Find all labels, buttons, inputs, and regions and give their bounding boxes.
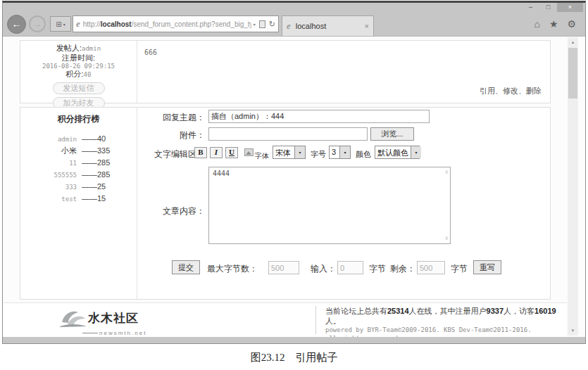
ranking-title: 积分排行榜 bbox=[20, 113, 137, 125]
subject-input[interactable] bbox=[208, 110, 430, 123]
font-color-select[interactable]: 默认颜色 ▾ bbox=[375, 146, 420, 159]
ranking-user: 11 bbox=[20, 158, 77, 170]
scroll-down-icon[interactable]: ▼ bbox=[568, 326, 578, 336]
settings-gear-icon[interactable]: ⚙ bbox=[567, 19, 576, 29]
reply-form: 回复主题： 附件： 浏览... 文字编辑区： B I U 字体 宋体 ▾ 字号 … bbox=[137, 108, 550, 299]
ie-logo-icon: e bbox=[76, 18, 80, 30]
address-bar[interactable]: e http://localhost/send_forum_content.ph… bbox=[73, 15, 279, 32]
url-host: localhost bbox=[101, 20, 132, 28]
ranking-row: 11——285 bbox=[20, 157, 137, 169]
submit-button[interactable]: 提交 bbox=[172, 260, 200, 274]
poster-score: 40 bbox=[84, 71, 92, 78]
tab-localhost[interactable]: e localhost × bbox=[282, 15, 374, 36]
navigation-bar: ← → ⊞ ▾ e http://localhost/send_forum_co… bbox=[3, 12, 585, 36]
ranking-score: ——15 bbox=[82, 193, 106, 205]
byte-unit-label: 字节 bbox=[369, 263, 386, 275]
page-grid-icon: ⊞ bbox=[56, 20, 61, 28]
input-bytes-input bbox=[337, 261, 363, 274]
scroll-up-icon[interactable]: ▲ bbox=[568, 37, 578, 47]
poster-name-line: 发帖人:admin bbox=[20, 44, 137, 53]
max-bytes-input bbox=[268, 261, 299, 274]
underline-button[interactable]: U bbox=[225, 147, 238, 158]
subject-label: 回复主题： bbox=[137, 112, 205, 124]
poster-name: admin bbox=[82, 45, 101, 52]
chevron-down-icon: ▾ bbox=[294, 146, 305, 158]
home-icon[interactable]: ⌂ bbox=[534, 19, 539, 29]
chevron-down-icon: ▾ bbox=[339, 146, 350, 158]
content-textarea[interactable]: 4444 bbox=[209, 167, 450, 243]
compatibility-icon[interactable] bbox=[259, 20, 265, 28]
figure-caption: 图23.12 引用帖子 bbox=[0, 351, 588, 364]
page-content: 发帖人:admin 注册时间: 2016-08-26 09:29:15 积分:4… bbox=[3, 36, 585, 337]
online-stats-line: 当前论坛上总共有25314人在线，其中注册用户9337人，访客16019人。 bbox=[325, 306, 567, 326]
browser-toolbar-icons: ⌂ ★ ⚙ bbox=[534, 19, 581, 29]
smth-logo-icon bbox=[58, 307, 88, 329]
registered-count: 9337 bbox=[487, 307, 503, 315]
post-content-cell: 666 引用、修改、删除 bbox=[137, 41, 550, 103]
font-icon-label: 字体 bbox=[255, 151, 269, 161]
attachment-file-input[interactable] bbox=[208, 127, 368, 141]
ranking-row: admin——40 bbox=[20, 133, 137, 145]
url-text[interactable]: http://localhost/send_forum_content.php?… bbox=[83, 20, 251, 28]
ranking-row: test——15 bbox=[20, 193, 137, 205]
ranking-user: 小米 bbox=[20, 145, 77, 157]
ranking-score: ——285 bbox=[82, 157, 110, 169]
smth-logo-title: 水木社区 bbox=[88, 310, 139, 326]
post-row: 发帖人:admin 注册时间: 2016-08-26 09:29:15 积分:4… bbox=[20, 40, 551, 103]
modify-link[interactable]: 修改 bbox=[503, 87, 518, 95]
footer-text-block: 当前论坛上总共有25314人在线，其中注册用户9337人，访客16019人。 p… bbox=[325, 306, 567, 337]
scroll-up-icon[interactable]: ∧ bbox=[444, 170, 449, 175]
rewrite-button[interactable]: 重写 bbox=[473, 260, 501, 274]
ranking-row: 555555——285 bbox=[20, 169, 137, 181]
quote-link[interactable]: 引用 bbox=[480, 87, 495, 95]
favorites-star-icon[interactable]: ★ bbox=[549, 19, 558, 29]
refresh-icon[interactable]: ↻ bbox=[269, 20, 275, 28]
send-message-button[interactable]: 发送短信 bbox=[53, 82, 105, 94]
font-family-select[interactable]: 宋体 ▾ bbox=[273, 146, 306, 159]
post-body-text: 666 bbox=[144, 49, 157, 56]
forward-button[interactable]: → bbox=[29, 15, 46, 32]
title-bar: – □ × bbox=[3, 3, 585, 12]
close-button[interactable]: × bbox=[557, 3, 583, 12]
ranking-user: 333 bbox=[20, 181, 77, 193]
delete-link[interactable]: 删除 bbox=[526, 87, 542, 95]
score-ranking-panel: 积分排行榜 admin——40 小米——335 11——285 555555——… bbox=[20, 108, 137, 299]
attachment-label: 附件： bbox=[137, 129, 205, 141]
main-section: 积分排行榜 admin——40 小米——335 11——285 555555——… bbox=[20, 107, 551, 300]
bold-button[interactable]: B bbox=[194, 147, 207, 158]
minimize-button[interactable]: – bbox=[522, 3, 539, 12]
font-size-select[interactable]: 3 ▾ bbox=[329, 146, 351, 159]
tab-favicon-icon: e bbox=[287, 20, 291, 32]
post-action-links: 引用、修改、删除 bbox=[480, 86, 542, 96]
poster-score-line: 积分:40 bbox=[20, 70, 137, 79]
color-label: 颜色 bbox=[356, 149, 371, 160]
tab-close-icon[interactable]: × bbox=[365, 22, 369, 30]
rights-line: all rights reserved bbox=[325, 334, 567, 337]
content-label: 文章内容： bbox=[137, 205, 205, 217]
remain-bytes-label: 剩余： bbox=[390, 263, 415, 275]
site-footer: 水木社区 newsmth.net 当前论坛上总共有25314人在线，其中注册用户… bbox=[4, 302, 567, 337]
browse-button[interactable]: 浏览... bbox=[370, 127, 414, 141]
back-button[interactable]: ← bbox=[7, 15, 26, 34]
ranking-row: 333——25 bbox=[20, 181, 137, 193]
input-bytes-label: 输入： bbox=[311, 263, 336, 275]
scrollbar-thumb[interactable] bbox=[568, 48, 577, 98]
maximize-button[interactable]: □ bbox=[539, 3, 557, 12]
page-menu-button[interactable]: ⊞ ▾ bbox=[50, 16, 71, 32]
footer-divider bbox=[315, 306, 316, 334]
url-dropdown-icon[interactable]: ▾ bbox=[254, 22, 256, 27]
smth-logo[interactable]: 水木社区 bbox=[58, 307, 139, 329]
poster-info-panel: 发帖人:admin 注册时间: 2016-08-26 09:29:15 积分:4… bbox=[20, 41, 137, 103]
ranking-user: 555555 bbox=[20, 170, 77, 181]
content-textarea-wrap: 4444 ∧ ∨ bbox=[208, 167, 451, 244]
insert-image-icon[interactable] bbox=[244, 148, 254, 156]
ranking-user: admin bbox=[20, 134, 77, 146]
ranking-user: test bbox=[20, 193, 77, 205]
scroll-down-icon[interactable]: ∨ bbox=[444, 236, 449, 241]
online-count: 25314 bbox=[387, 307, 409, 315]
chevron-down-icon: ▾ bbox=[63, 22, 65, 27]
italic-button[interactable]: I bbox=[210, 147, 223, 158]
register-time-label: 注册时间: bbox=[20, 53, 137, 63]
page-scrollbar[interactable]: ▲ ▼ bbox=[568, 37, 578, 336]
address-bar-tools: ▾ ↻ bbox=[251, 20, 275, 28]
